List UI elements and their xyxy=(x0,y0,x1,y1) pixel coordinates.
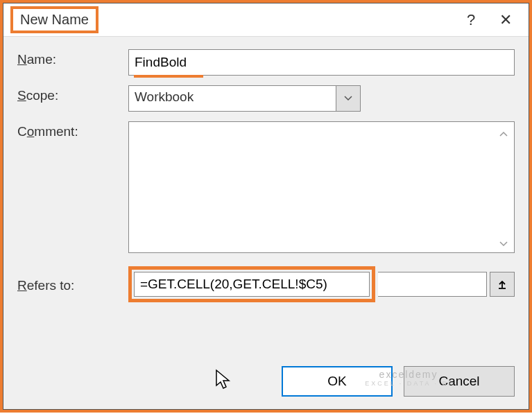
cancel-button[interactable]: Cancel xyxy=(404,366,515,397)
help-icon: ? xyxy=(467,11,475,29)
name-row: Name: xyxy=(17,49,515,76)
dialog-body: Name: Scope: Workbook xyxy=(3,37,529,356)
cancel-button-label: Cancel xyxy=(438,374,479,389)
close-button[interactable]: ✕ xyxy=(488,6,523,34)
close-icon: ✕ xyxy=(499,11,512,29)
dialog-title: New Name xyxy=(20,12,89,27)
refers-to-row: Refers to: xyxy=(17,266,515,302)
comment-textarea[interactable] xyxy=(128,121,515,253)
scope-select[interactable]: Workbook xyxy=(128,85,361,112)
refers-to-input[interactable] xyxy=(134,272,370,297)
chevron-down-icon xyxy=(344,96,352,101)
ok-button-label: OK xyxy=(327,374,346,389)
name-input[interactable] xyxy=(128,49,515,76)
collapse-dialog-button[interactable] xyxy=(490,272,515,297)
collapse-icon xyxy=(497,279,507,289)
scope-row: Scope: Workbook xyxy=(17,85,515,112)
help-button[interactable]: ? xyxy=(454,6,488,34)
refers-to-label: Refers to: xyxy=(17,275,128,293)
name-label: Name: xyxy=(17,49,128,67)
scope-label: Scope: xyxy=(17,85,128,103)
comment-label: Comment: xyxy=(17,121,128,139)
scope-value: Workbook xyxy=(128,85,336,112)
scope-dropdown-button[interactable] xyxy=(336,85,361,112)
ok-button[interactable]: OK xyxy=(282,366,393,397)
cursor-icon xyxy=(215,369,233,391)
refers-to-field-extension[interactable] xyxy=(378,272,487,297)
title-highlight: New Name xyxy=(10,6,98,33)
titlebar: New Name ? ✕ xyxy=(3,3,529,37)
scroll-down-icon[interactable] xyxy=(495,236,512,252)
button-row: OK Cancel exceldemy EXCEL · DATA · BI xyxy=(3,356,529,409)
new-name-dialog: New Name ? ✕ Name: xyxy=(3,3,529,410)
name-highlight-underline xyxy=(134,75,203,78)
dialog-highlight-frame: New Name ? ✕ Name: xyxy=(0,0,532,413)
scroll-up-icon[interactable] xyxy=(495,125,512,142)
comment-row: Comment: xyxy=(17,121,515,257)
refers-to-highlight xyxy=(128,266,375,302)
